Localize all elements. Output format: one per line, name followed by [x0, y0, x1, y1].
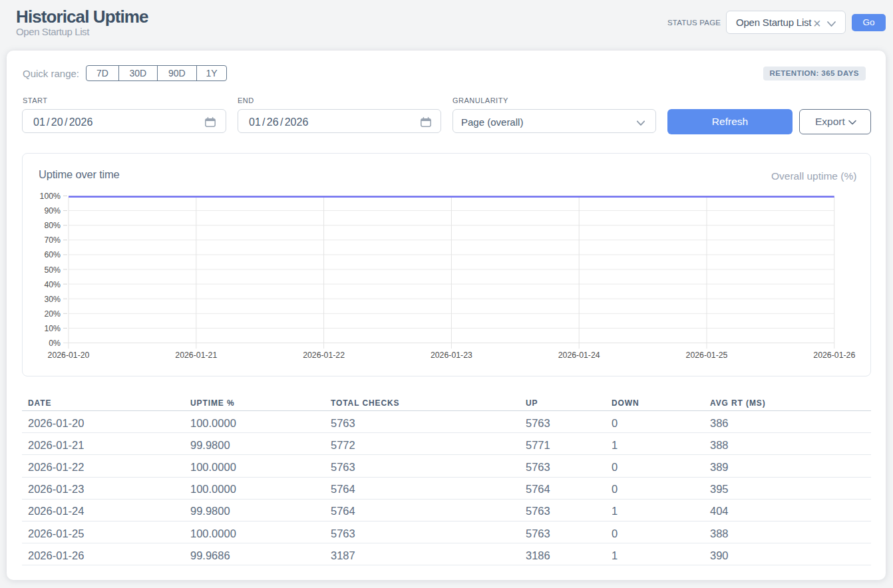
svg-text:2026-01-25: 2026-01-25 [686, 351, 728, 360]
svg-text:80%: 80% [44, 221, 61, 230]
svg-text:2026-01-23: 2026-01-23 [431, 351, 472, 360]
svg-text:50%: 50% [44, 265, 61, 275]
svg-text:0%: 0% [49, 339, 61, 348]
svg-text:70%: 70% [44, 235, 61, 245]
svg-text:2026-01-26: 2026-01-26 [813, 351, 855, 360]
svg-text:90%: 90% [44, 206, 61, 216]
svg-text:20%: 20% [44, 309, 61, 319]
svg-text:10%: 10% [44, 324, 61, 333]
svg-text:30%: 30% [44, 295, 61, 304]
svg-text:40%: 40% [44, 280, 61, 289]
svg-text:2026-01-20: 2026-01-20 [48, 351, 90, 360]
svg-text:60%: 60% [44, 250, 61, 259]
svg-text:100%: 100% [40, 192, 61, 201]
svg-text:2026-01-24: 2026-01-24 [558, 351, 600, 360]
svg-text:2026-01-22: 2026-01-22 [303, 351, 345, 360]
svg-text:2026-01-21: 2026-01-21 [175, 351, 217, 360]
